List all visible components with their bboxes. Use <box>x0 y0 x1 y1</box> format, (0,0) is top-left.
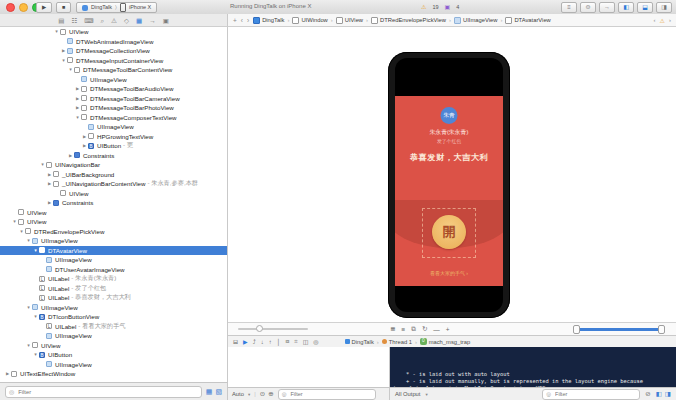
tree-row[interactable]: ▼ UIImageView <box>0 303 227 313</box>
sidebar-filter-input[interactable] <box>16 388 198 396</box>
tree-row[interactable]: ▼ DTMessageComposerTextView <box>0 113 227 123</box>
stop-button[interactable]: ■ <box>56 2 71 13</box>
disclosure-triangle-icon[interactable]: ▶ <box>81 143 88 148</box>
tree-row[interactable]: ▼ UIView <box>0 341 227 351</box>
assistant-editor-icon[interactable]: ⊜ <box>580 2 596 13</box>
disclosure-triangle-icon[interactable]: ▼ <box>39 162 46 167</box>
tree-row[interactable]: ▶ Constraints <box>0 151 227 161</box>
disclosure-triangle-icon[interactable]: ▶ <box>74 86 81 91</box>
tree-row[interactable]: UIView <box>0 189 227 199</box>
debug-navigator-icon[interactable]: ▦ <box>136 15 142 26</box>
breadcrumb-item[interactable]: UIWindow <box>292 17 335 24</box>
find-navigator-icon[interactable]: ⌕ <box>101 15 105 26</box>
tree-row[interactable]: UIImageView <box>0 122 227 132</box>
add-editor-button[interactable]: + <box>233 17 237 24</box>
console-scope-select[interactable]: All Output <box>395 391 420 397</box>
tree-row[interactable]: ▼ DTMessageToolBarContentView <box>0 65 227 75</box>
variables-filter-input[interactable] <box>288 390 371 398</box>
tree-row[interactable]: ▼ UIView <box>0 217 227 227</box>
lldb-console[interactable]: * - is laid out with auto layout + - is … <box>390 347 676 387</box>
tree-row[interactable]: ▼ UIView <box>0 27 227 37</box>
reset-viewing-area-icon[interactable]: ↻ <box>422 325 427 333</box>
console-filter-input[interactable] <box>553 390 636 398</box>
breakpoint-navigator-icon[interactable]: → <box>149 15 156 26</box>
simulate-location-icon[interactable]: ◎ <box>313 338 318 345</box>
tree-row[interactable]: ▼ B UIButton <box>0 350 227 360</box>
combined-mode-icon[interactable]: ⧉ <box>411 325 416 333</box>
standard-editor-icon[interactable]: ≡ <box>561 2 577 13</box>
tree-row[interactable]: UIImageView <box>0 75 227 85</box>
disclosure-triangle-icon[interactable]: ▶ <box>67 153 74 158</box>
view-luck-link[interactable]: 看看大家的手气 › <box>395 270 503 276</box>
filter-constraints-icon[interactable]: ▧ <box>215 388 222 396</box>
tree-row[interactable]: UIImageView <box>0 360 227 370</box>
tree-row[interactable]: UIView <box>0 208 227 218</box>
tree-row[interactable]: L UILabel - 发了个红包 <box>0 284 227 294</box>
debug-canvas[interactable]: 朱青 朱永青(朱永青) 发了个红包 恭喜发财，大吉大利 開 看看大家的手气 › <box>228 27 676 322</box>
toggle-navigator-icon[interactable]: ◧ <box>618 2 634 13</box>
tree-row[interactable]: ▶ _UINavigationBarContentView - 朱永青,参赛,本… <box>0 179 227 189</box>
disclosure-triangle-icon[interactable]: ▶ <box>81 134 88 139</box>
tree-row[interactable]: ▶ _UIBarBackground <box>0 170 227 180</box>
step-out-icon[interactable]: ↑ <box>269 339 272 345</box>
tree-row[interactable]: UIImageView <box>0 255 227 265</box>
issue-navigator-icon[interactable]: ⚠ <box>111 15 117 26</box>
variables-view[interactable] <box>228 347 390 387</box>
debug-breadcrumb-item[interactable]: Thread 1 <box>382 339 420 345</box>
breadcrumb-item[interactable]: UIImageView <box>454 17 505 24</box>
disclosure-triangle-icon[interactable]: ▼ <box>11 219 18 224</box>
tree-row[interactable]: L UILabel - 朱永青(朱永青) <box>0 274 227 284</box>
show-variables-icon[interactable]: ⊙ <box>260 390 265 398</box>
scheme-selector[interactable]: DingTalk 〉 iPhone X <box>76 2 157 13</box>
show-types-icon[interactable]: ⊕ <box>268 390 273 398</box>
iphone-screen[interactable]: 朱青 朱永青(朱永青) 发了个红包 恭喜发财，大吉大利 開 看看大家的手气 › <box>395 58 503 312</box>
open-envelope-button[interactable]: 開 <box>432 215 466 249</box>
tree-row[interactable]: ▶ DTMessageToolBarPhotoView <box>0 103 227 113</box>
tree-row[interactable]: ▶ HPGrowingTextView <box>0 132 227 142</box>
disclosure-triangle-icon[interactable]: ▶ <box>4 371 11 376</box>
step-into-icon[interactable]: ↓ <box>261 339 264 345</box>
disclosure-triangle-icon[interactable]: ▼ <box>60 58 67 63</box>
tree-row[interactable]: ▼ DTMessageInputContainerView <box>0 56 227 66</box>
disclosure-triangle-icon[interactable]: ▼ <box>25 305 32 310</box>
debug-memory-graph-icon[interactable]: ⌗ <box>294 338 297 345</box>
wireframe-mode-icon[interactable]: ≣ <box>390 325 395 333</box>
step-over-icon[interactable]: ⤴ <box>253 339 256 345</box>
tree-row[interactable]: ▶ DTMessageCollectionView <box>0 46 227 56</box>
split-console-right-icon[interactable]: ◨ <box>665 390 671 398</box>
avatar[interactable]: 朱青 <box>441 107 458 124</box>
breadcrumb-item[interactable]: DingTalk <box>253 17 292 24</box>
disclosure-triangle-icon[interactable]: ▼ <box>74 115 81 120</box>
tree-row[interactable]: UIImageView <box>0 331 227 341</box>
environment-overrides-icon[interactable]: ◫ <box>303 338 309 345</box>
debug-breadcrumb-item[interactable]: DingTalk <box>345 339 382 345</box>
continue-execution-icon[interactable]: ▶ <box>243 338 248 345</box>
breadcrumb-item[interactable]: DTAvatarView <box>505 17 550 24</box>
disclosure-triangle-icon[interactable]: ▶ <box>46 181 53 186</box>
disclosure-triangle-icon[interactable]: ▶ <box>46 172 53 177</box>
filter-views-icon[interactable]: ▦ <box>206 388 213 396</box>
symbol-navigator-icon[interactable]: ⌨ <box>84 15 93 26</box>
zoom-slider-knob[interactable] <box>256 325 263 332</box>
spacing-decrease-icon[interactable]: — <box>433 326 440 333</box>
source-control-navigator-icon[interactable]: ☷ <box>71 15 77 26</box>
tree-row[interactable]: ▶ B UIButton - 更 <box>0 141 227 151</box>
forward-button[interactable]: › <box>247 17 249 24</box>
spacing-increase-icon[interactable]: + <box>446 326 450 333</box>
disclosure-triangle-icon[interactable]: ▼ <box>32 352 39 357</box>
range-slider-left-knob[interactable] <box>573 325 580 334</box>
disclosure-triangle-icon[interactable]: ▼ <box>25 238 32 243</box>
disclosure-triangle-icon[interactable]: ▶ <box>46 200 53 205</box>
disclosure-triangle-icon[interactable]: ▼ <box>67 67 74 72</box>
toggle-debug-area-icon[interactable]: ⬓ <box>637 2 653 13</box>
tree-row[interactable]: ▼ DTRedEnvelopePickView <box>0 227 227 237</box>
range-slider-right-knob[interactable] <box>658 325 665 334</box>
disclosure-triangle-icon[interactable]: ▼ <box>32 314 39 319</box>
hide-debug-area-icon[interactable]: ⊟ <box>233 338 238 345</box>
zoom-slider[interactable] <box>238 328 308 330</box>
split-console-left-icon[interactable]: ◧ <box>656 390 662 398</box>
range-slider[interactable] <box>574 328 664 331</box>
project-navigator-icon[interactable]: ▤ <box>58 15 64 26</box>
report-navigator-icon[interactable]: ▣ <box>163 15 169 26</box>
disclosure-triangle-icon[interactable]: ▼ <box>53 29 60 34</box>
